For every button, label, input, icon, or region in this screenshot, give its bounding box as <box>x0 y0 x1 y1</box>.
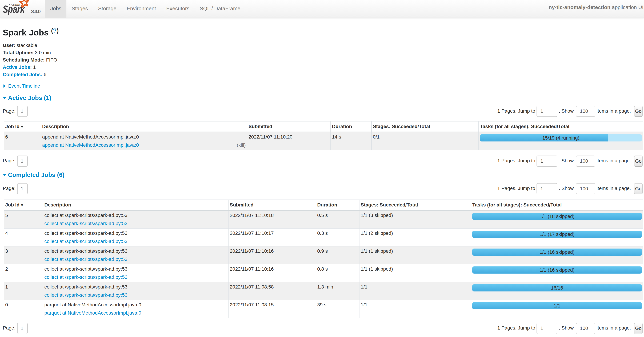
svg-text:™: ™ <box>26 11 28 13</box>
